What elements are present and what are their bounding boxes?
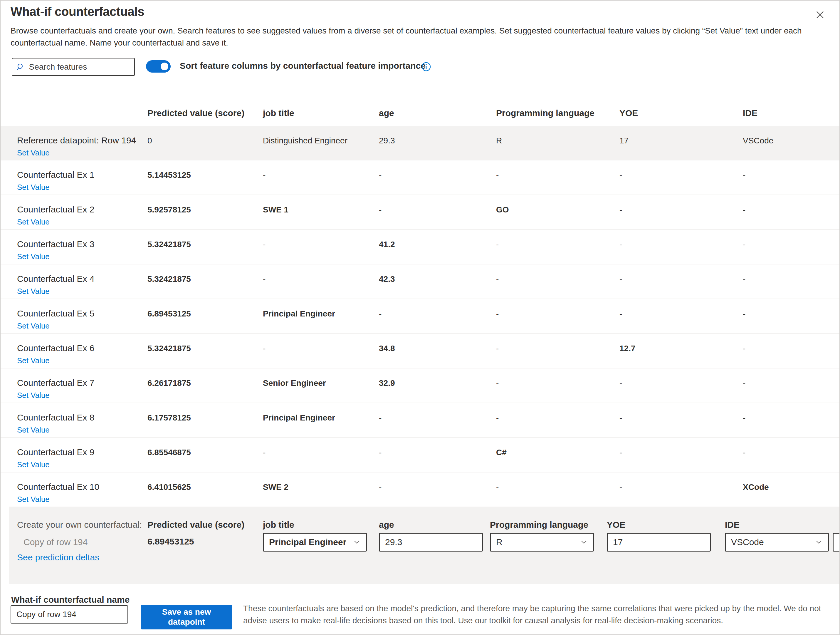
- counterfactual-row: Counterfactual Ex 2Set Value5.92578125SW…: [1, 195, 840, 229]
- set-value-link[interactable]: Set Value: [17, 495, 50, 504]
- cell: 6.89453125: [147, 309, 191, 318]
- clipped-field-control[interactable]: [833, 533, 840, 551]
- cell: 5.92578125: [147, 205, 191, 214]
- cell: 6.26171875: [147, 378, 191, 388]
- save-as-new-datapoint-button[interactable]: Save as new datapoint: [141, 605, 232, 629]
- set-value-link[interactable]: Set Value: [17, 426, 50, 435]
- programming-language-dropdown-label: Programming language: [490, 520, 588, 530]
- cell: Principal Engineer: [263, 413, 335, 423]
- cell: SWE 2: [263, 483, 289, 492]
- cell: -: [379, 413, 382, 423]
- cell: -: [496, 309, 499, 318]
- cell: XCode: [743, 483, 769, 492]
- job-title-dropdown[interactable]: Principal Engineer: [263, 533, 367, 551]
- set-value-link[interactable]: Set Value: [17, 321, 50, 331]
- cell: -: [379, 309, 382, 318]
- row-label: Counterfactual Ex 2: [17, 204, 94, 214]
- row-label: Counterfactual Ex 1: [17, 170, 94, 180]
- counterfactual-row: Counterfactual Ex 3Set Value5.32421875-4…: [1, 229, 840, 264]
- yoe-input-label: YOE: [607, 520, 625, 530]
- counterfactual-row: Counterfactual Ex 8Set Value6.17578125Pr…: [1, 402, 840, 437]
- what-if-counterfactuals-dialog: What-if counterfactuals Browse counterfa…: [0, 0, 840, 635]
- column-header: job title: [263, 108, 294, 118]
- cell: 29.3: [379, 136, 395, 146]
- cell: Principal Engineer: [263, 309, 335, 318]
- column-header: YOE: [619, 108, 638, 118]
- age-input[interactable]: [385, 537, 477, 547]
- cell: -: [263, 344, 265, 353]
- close-icon: [816, 10, 824, 19]
- toggle-knob: [161, 63, 168, 70]
- counterfactual-name-label: What-if counterfactual name: [11, 595, 129, 605]
- cell: 12.7: [619, 344, 636, 353]
- cell: -: [496, 170, 499, 180]
- search-icon: [16, 62, 25, 72]
- counterfactual-row: Counterfactual Ex 10Set Value6.41015625S…: [1, 472, 840, 507]
- create-own-name-text: Copy of row 194: [24, 537, 87, 547]
- set-value-link[interactable]: Set Value: [17, 287, 50, 296]
- sort-toggle[interactable]: [146, 60, 171, 73]
- column-header: Predicted value (score): [147, 108, 244, 118]
- chevron-down-icon: [353, 538, 361, 546]
- chevron-down-icon: [815, 538, 823, 546]
- set-value-link[interactable]: Set Value: [17, 148, 50, 157]
- cell: GO: [496, 205, 509, 214]
- age-input-label: age: [379, 520, 394, 530]
- page-title: What-if counterfactuals: [11, 5, 144, 19]
- counterfactual-row: Counterfactual Ex 9Set Value6.85546875--…: [1, 437, 840, 472]
- row-label: Counterfactual Ex 9: [17, 447, 94, 457]
- cell: -: [743, 274, 745, 284]
- disclaimer-text: These counterfactuals are based on the m…: [243, 602, 822, 627]
- column-header: IDE: [743, 108, 758, 118]
- info-icon[interactable]: [422, 62, 431, 71]
- create-predicted-label: Predicted value (score): [147, 520, 244, 530]
- cell: -: [496, 240, 499, 249]
- yoe-input[interactable]: [607, 533, 711, 551]
- set-value-link[interactable]: Set Value: [17, 183, 50, 192]
- cell: -: [743, 170, 745, 180]
- cell: 32.9: [379, 378, 395, 388]
- row-label: Counterfactual Ex 7: [17, 378, 94, 388]
- age-input[interactable]: [379, 533, 483, 551]
- create-predicted-value: 6.89453125: [147, 537, 194, 546]
- cell: -: [496, 413, 499, 423]
- cell: -: [379, 170, 382, 180]
- counterfactual-row: Counterfactual Ex 5Set Value6.89453125Pr…: [1, 299, 840, 333]
- set-value-link[interactable]: Set Value: [17, 460, 50, 469]
- set-value-link[interactable]: Set Value: [17, 217, 50, 226]
- cell: -: [496, 274, 499, 284]
- description: Browse counterfactuals and create your o…: [11, 25, 815, 49]
- cell: -: [496, 483, 499, 492]
- row-label: Counterfactual Ex 8: [17, 413, 94, 423]
- see-prediction-deltas-link[interactable]: See prediction deltas: [17, 553, 99, 562]
- cell: 5.14453125: [147, 170, 191, 180]
- counterfactual-row: Counterfactual Ex 1Set Value5.14453125--…: [1, 160, 840, 195]
- search-input[interactable]: [29, 62, 130, 72]
- ide-dropdown-label: IDE: [725, 520, 739, 530]
- close-button[interactable]: [812, 7, 828, 22]
- counterfactual-name-input[interactable]: [11, 605, 128, 624]
- set-value-link[interactable]: Set Value: [17, 391, 50, 400]
- cell: -: [263, 240, 265, 249]
- yoe-input[interactable]: [613, 537, 704, 547]
- search-box: [12, 58, 135, 76]
- cell: -: [619, 240, 622, 249]
- cell: R: [496, 136, 502, 146]
- reference-row: Reference datapoint: Row 194Set Value0Di…: [1, 126, 840, 160]
- cell: 34.8: [379, 344, 395, 353]
- sort-toggle-label: Sort feature columns by counterfactual f…: [180, 61, 426, 71]
- row-label: Reference datapoint: Row 194: [17, 135, 136, 146]
- cell: -: [496, 378, 499, 388]
- set-value-link[interactable]: Set Value: [17, 252, 50, 261]
- programming-language-dropdown[interactable]: R: [490, 533, 594, 551]
- set-value-link[interactable]: Set Value: [17, 356, 50, 365]
- cell: -: [743, 240, 745, 249]
- cell: 5.32421875: [147, 240, 191, 249]
- cell: 6.85546875: [147, 448, 191, 457]
- row-label: Counterfactual Ex 5: [17, 309, 94, 318]
- cell: 42.3: [379, 274, 395, 284]
- cell: -: [619, 378, 622, 388]
- column-header: age: [379, 108, 394, 118]
- cell: 41.2: [379, 240, 395, 249]
- ide-dropdown[interactable]: VSCode: [725, 533, 829, 551]
